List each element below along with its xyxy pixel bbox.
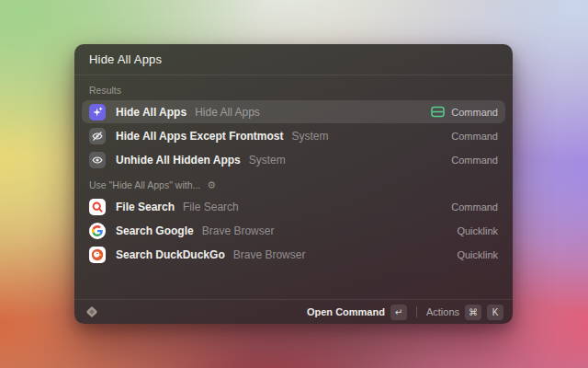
desktop: { "window": { "search_query": "Hide All …	[0, 0, 588, 368]
search-input[interactable]: Hide All Apps	[89, 52, 162, 66]
row-title: Hide All Apps	[116, 106, 187, 119]
open-command-button[interactable]: Open Command ↵	[307, 305, 407, 320]
row-accessory: Command	[451, 131, 498, 142]
row-accessory: Command	[451, 155, 498, 166]
result-row-hide-all-apps[interactable]: Hide All AppsHide All Apps Command	[82, 100, 505, 123]
file-search-icon	[89, 199, 106, 215]
row-type-label: Quicklink	[457, 249, 498, 260]
result-row-search-duckduckgo[interactable]: Search DuckDuckGoBrave BrowserQuicklink	[82, 243, 505, 266]
footer: Open Command ↵ Actions ⌘ K	[74, 299, 513, 324]
actions-button[interactable]: Actions ⌘ K	[426, 305, 503, 320]
row-accessory: Quicklink	[457, 225, 498, 236]
row-title: Hide All Apps Except Frontmost	[116, 130, 283, 143]
row-type-label: Command	[451, 131, 498, 142]
row-subtitle: Brave Browser	[202, 224, 275, 237]
eye-slash-icon	[89, 128, 106, 144]
row-subtitle: System	[291, 130, 328, 143]
row-subtitle: System	[249, 154, 286, 167]
section-label-text: Results	[89, 85, 121, 96]
row-title: Search Google	[116, 224, 194, 237]
result-row-unhide-all-hidden-apps[interactable]: Unhide All Hidden AppsSystemCommand	[82, 148, 505, 171]
row-accessory: Quicklink	[457, 249, 498, 260]
eye-icon	[89, 152, 106, 168]
duckduckgo-icon	[89, 247, 106, 263]
row-subtitle: Brave Browser	[233, 248, 306, 261]
footer-actions: Open Command ↵ Actions ⌘ K	[307, 305, 503, 320]
section-label-use-hide-all-apps-with: Use "Hide All Apps" with...⚙	[82, 172, 505, 195]
row-type-label: Command	[451, 201, 498, 213]
actions-label: Actions	[426, 306, 459, 317]
raycast-logo-icon	[84, 304, 100, 320]
row-type-label: Quicklink	[457, 225, 498, 236]
raycast-window: Hide All Apps Results Hide All AppsHide …	[74, 44, 513, 324]
command-keycap: ⌘	[465, 305, 481, 320]
gear-icon[interactable]: ⚙	[207, 180, 216, 190]
result-row-hide-all-apps-except-frontmost[interactable]: Hide All Apps Except FrontmostSystemComm…	[82, 124, 505, 147]
k-keycap: K	[487, 305, 503, 320]
row-subtitle: File Search	[183, 201, 239, 213]
row-subtitle: Hide All Apps	[195, 106, 260, 119]
row-title: Unhide All Hidden Apps	[116, 154, 241, 167]
row-type-label: Command	[451, 155, 498, 166]
row-title: File Search	[116, 201, 175, 213]
return-keycap: ↵	[390, 305, 407, 320]
section-label-text: Use "Hide All Apps" with...	[89, 179, 200, 190]
hide-all-apps-icon	[89, 104, 106, 121]
result-row-file-search[interactable]: File SearchFile SearchCommand	[82, 195, 505, 218]
section-label-results: Results	[82, 77, 505, 100]
command-card-icon	[431, 106, 445, 118]
row-accessory: Command	[451, 201, 498, 213]
row-type-label: Command	[451, 107, 498, 118]
footer-divider	[416, 306, 417, 317]
row-title: Search DuckDuckGo	[116, 248, 225, 261]
search-bar[interactable]: Hide All Apps	[74, 44, 513, 75]
open-command-label: Open Command	[307, 306, 385, 317]
result-row-search-google[interactable]: Search GoogleBrave BrowserQuicklink	[82, 219, 505, 242]
results-list: Results Hide All AppsHide All Apps Comma…	[74, 75, 513, 266]
google-icon	[89, 223, 106, 239]
row-accessory: Command	[431, 106, 498, 118]
